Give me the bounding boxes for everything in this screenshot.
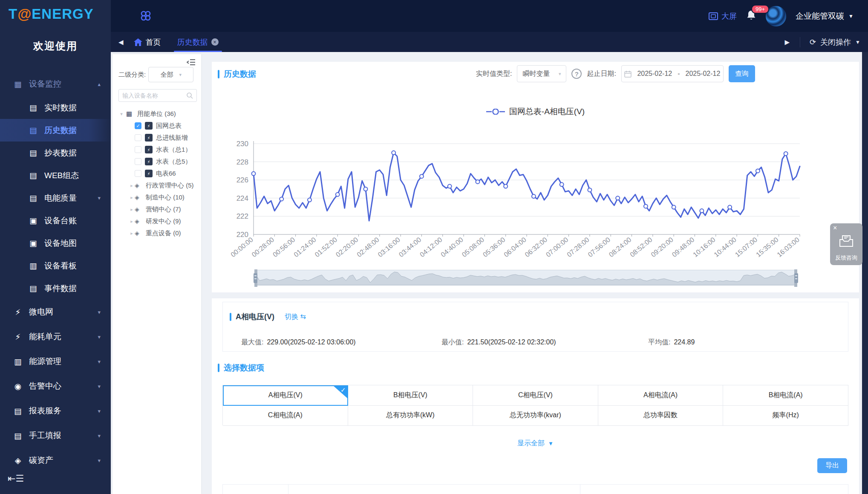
datazoom-left-handle[interactable]	[254, 273, 257, 283]
data-item-cell[interactable]: 总功率因数	[598, 406, 724, 426]
chevron-down-icon: ▾	[98, 408, 101, 414]
sidebar-item[interactable]: ▣设备台账	[0, 209, 111, 232]
tree-group-node[interactable]: ▸◈行政管理中心 (5)	[112, 179, 201, 191]
device-checkbox[interactable]	[135, 134, 141, 141]
sidebar-item[interactable]: ▤手工填报▾	[0, 423, 111, 448]
stats-box: A相电压(V) 切换 ⇆ 最大值:229.00(2025-02-12 03:06…	[222, 302, 848, 352]
export-button[interactable]: 导出	[817, 458, 847, 473]
datazoom-slider[interactable]	[256, 270, 796, 286]
date-range-picker[interactable]: 2025-02-12 - 2025-02-12	[621, 65, 724, 82]
data-item-cell[interactable]: 频率(Hz)	[723, 406, 848, 426]
tree-root-node[interactable]: ▾▦用能单位 (36)	[112, 108, 201, 120]
chart-legend[interactable]: 国网总表-A相电压(V)	[212, 106, 859, 117]
chevron-right-icon[interactable]: ▸	[129, 207, 135, 212]
help-icon[interactable]: ?	[571, 69, 582, 79]
device-checkbox[interactable]	[135, 146, 141, 153]
sidebar-item[interactable]: ▤报表服务▾	[0, 399, 111, 423]
svg-text:06:32:00: 06:32:00	[524, 236, 549, 258]
data-item-cell[interactable]: C相电压(V)	[473, 385, 598, 406]
svg-text:09:20:00: 09:20:00	[649, 236, 675, 258]
close-operations-menu[interactable]: ⟳ 关闭操作 ▼	[800, 37, 860, 47]
chevron-right-icon[interactable]: ▸	[129, 195, 135, 200]
tab-history-data[interactable]: 历史数据 ×	[170, 32, 226, 52]
data-item-cell[interactable]: B相电压(V)	[348, 385, 473, 406]
sidebar-item[interactable]: ▤电能质量▾	[0, 187, 111, 209]
notifications-button[interactable]: 99+	[746, 10, 756, 23]
refresh-icon[interactable]: ⟳	[810, 38, 816, 47]
device-checkbox[interactable]: ✓	[135, 122, 141, 129]
tree-device-node[interactable]: ⚡水表（总1）	[112, 144, 201, 156]
sidebar-menu: ▦设备监控▴▤实时数据▤历史数据▤抄表数据▤WEB组态▤电能质量▾▣设备台账▣设…	[0, 72, 111, 473]
chevron-down-icon: ▼	[548, 440, 554, 447]
tabs-scroll-right-icon[interactable]: ▶	[783, 38, 791, 46]
tabs-scroll-left-icon[interactable]: ◀	[117, 38, 125, 46]
tab-close-icon[interactable]: ×	[211, 38, 219, 46]
right-edge-strip	[862, 52, 868, 494]
big-screen-button[interactable]: 大屏	[709, 11, 737, 21]
date-filter-label: 起止日期:	[587, 69, 616, 78]
sidebar-item[interactable]: ▦设备监控▴	[0, 72, 111, 96]
switch-link[interactable]: 切换 ⇆	[285, 312, 306, 321]
sidebar-item[interactable]: ▤抄表数据	[0, 142, 111, 164]
tree-device-node[interactable]: ✓⚡国网总表	[112, 120, 201, 132]
doc-icon: ▤	[28, 283, 38, 293]
tab-bar: ◀ 首页 历史数据 × ▶ ⟳ 关闭操作 ▼	[111, 32, 868, 52]
device-checkbox[interactable]	[135, 170, 141, 177]
svg-text:10:16:00: 10:16:00	[692, 236, 717, 258]
date-end[interactable]: 2025-02-12	[686, 70, 721, 78]
data-item-cell[interactable]: C相电流(A)	[223, 406, 348, 426]
tree-group-node[interactable]: ▸◈研发中心 (9)	[112, 215, 201, 227]
tree-device-node[interactable]: ⚡电表66	[112, 168, 201, 179]
show-all-link[interactable]: 显示全部 ▼	[212, 439, 859, 448]
sidebar-item[interactable]: ▥能源管理▾	[0, 349, 111, 374]
tree-device-node[interactable]: ⚡水表（总5）	[112, 156, 201, 168]
device-search-input[interactable]	[122, 92, 186, 99]
sidebar-item[interactable]: ◉告警中心▾	[0, 374, 111, 399]
category-select[interactable]: 全部 ▾	[148, 67, 193, 82]
data-item-label: C相电压(V)	[518, 391, 553, 400]
search-icon[interactable]	[186, 92, 193, 99]
data-item-cell[interactable]: 总无功功率(kvar)	[473, 406, 598, 426]
chevron-right-icon[interactable]: ▸	[129, 231, 135, 236]
filter-row: 实时值类型: 瞬时变量 ▾ ? 起止日期: 2025-02-12 - 2025-…	[476, 65, 755, 82]
tree-group-node[interactable]: ▸◈营销中心 (7)	[112, 203, 201, 215]
org-switcher[interactable]: 企业能管双碳 ▼	[796, 11, 854, 22]
panel-collapse-icon[interactable]	[187, 58, 196, 68]
data-item-cell[interactable]: 总有功功率(kW)	[348, 406, 473, 426]
tree-group-node[interactable]: ▸◈制造中心 (10)	[112, 191, 201, 203]
sidebar-item[interactable]: ▥设备看板	[0, 254, 111, 277]
sidebar-collapse-toggle[interactable]: ⇤☰	[8, 473, 24, 484]
data-item-label: 总无功功率(kvar)	[510, 411, 561, 420]
apps-icon[interactable]	[140, 10, 152, 23]
data-item-cell[interactable]: A相电流(A)	[598, 385, 724, 406]
feedback-widget[interactable]: × 反馈咨询	[830, 223, 862, 265]
sidebar-item[interactable]: ⚡微电网▾	[0, 300, 111, 324]
chevron-down-icon[interactable]: ▾	[118, 111, 124, 117]
chevron-down-icon: ▼	[855, 39, 860, 45]
sidebar-item[interactable]: ▤实时数据	[0, 96, 111, 119]
close-icon[interactable]: ×	[833, 224, 837, 232]
data-item-cell[interactable]: A相电压(V)✓	[223, 385, 348, 406]
tree-group-node[interactable]: ▸◈重点设备 (0)	[112, 227, 201, 239]
svg-text:05:36:00: 05:36:00	[482, 236, 507, 258]
sidebar-item[interactable]: ▣设备地图	[0, 232, 111, 254]
meter-icon: ⚡	[145, 134, 153, 142]
stats-selector-card: A相电压(V) 切换 ⇆ 最大值:229.00(2025-02-12 03:06…	[212, 298, 859, 494]
chevron-right-icon[interactable]: ▸	[129, 219, 135, 224]
sidebar-item[interactable]: ◈碳资产▾	[0, 448, 111, 473]
sidebar-item[interactable]: ▤WEB组态	[0, 164, 111, 187]
tree-device-node[interactable]: ⚡总进线新增	[112, 132, 201, 144]
svg-text:09:48:00: 09:48:00	[671, 236, 696, 258]
realtime-type-select[interactable]: 瞬时变量 ▾	[517, 65, 566, 82]
date-start[interactable]: 2025-02-12	[637, 70, 672, 78]
tab-home[interactable]: 首页	[130, 37, 165, 47]
sidebar-item[interactable]: ▤历史数据	[0, 119, 111, 142]
device-checkbox[interactable]	[135, 158, 141, 165]
data-item-cell[interactable]: B相电流(A)	[723, 385, 848, 406]
sidebar-item[interactable]: ▤事件数据	[0, 277, 111, 300]
sidebar-item[interactable]: ⚡能耗单元▾	[0, 324, 111, 349]
query-button[interactable]: 查询	[729, 65, 755, 82]
svg-text:230: 230	[236, 140, 248, 148]
datazoom-right-handle[interactable]	[794, 273, 798, 283]
chevron-right-icon[interactable]: ▸	[129, 183, 135, 188]
